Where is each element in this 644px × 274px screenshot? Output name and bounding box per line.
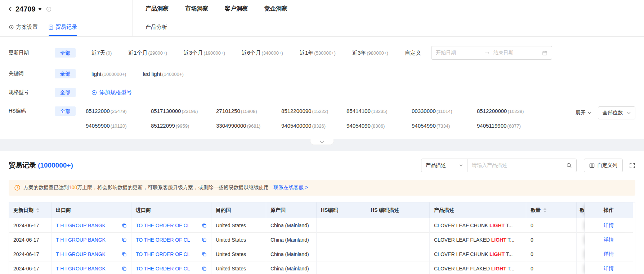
hs-code-option[interactable]: 3304990000(9681): [216, 123, 281, 129]
chip-all[interactable]: 全部: [55, 106, 76, 116]
custom-columns-button[interactable]: 自定义列: [584, 159, 623, 172]
chevron-down-icon: [627, 112, 631, 114]
hs-code-option[interactable]: 00330000(11014): [412, 108, 477, 114]
hs-code-option[interactable]: 9405119900(6877): [477, 123, 542, 129]
search-input[interactable]: 请输入产品描述: [468, 159, 576, 172]
copy-icon[interactable]: [122, 237, 127, 242]
copy-icon[interactable]: [202, 252, 207, 257]
detail-link[interactable]: 详情: [604, 251, 614, 257]
detail-link[interactable]: 详情: [604, 237, 614, 242]
hs-code-option[interactable]: 94054090(8306): [346, 123, 412, 129]
filter-option[interactable]: 近3个月(190000+): [184, 50, 225, 56]
hs-code-option[interactable]: 8512200090(15222): [281, 108, 346, 114]
search-placeholder: 请输入产品描述: [472, 162, 563, 169]
expand-button[interactable]: 展开: [576, 110, 591, 116]
importer-link[interactable]: TO THE ORDER OF CL: [136, 251, 199, 257]
filter-option[interactable]: 近3年(980000+): [352, 50, 388, 56]
copy-icon[interactable]: [122, 266, 127, 271]
importer-link[interactable]: TO THE ORDER OF CL: [136, 266, 199, 271]
hs-code-options: 85122000(25479) 8517130000(23196) 271012…: [86, 106, 542, 129]
detail-link[interactable]: 详情: [604, 222, 614, 228]
hs-code-option[interactable]: 94054990(7334): [412, 123, 477, 129]
start-date-input[interactable]: 开始日期: [436, 50, 481, 56]
sort-icon[interactable]: [36, 208, 39, 213]
col-product-desc: 产品描述: [430, 202, 526, 218]
hs-code-option[interactable]: 8517130000(23196): [151, 108, 216, 114]
hs-code-option[interactable]: 9405400000(8326): [281, 123, 346, 129]
cell-action: 详情: [585, 218, 633, 233]
exporter-link[interactable]: T H I GROUP BANGK: [56, 266, 119, 271]
col-quantity-unit: 数: [577, 202, 585, 218]
hs-code-label: 85122099: [151, 123, 175, 129]
date-range-picker[interactable]: 开始日期 结束日期: [431, 46, 552, 60]
detail-link[interactable]: 详情: [604, 265, 614, 271]
search-icon[interactable]: [566, 163, 572, 168]
nav-tab[interactable]: 产品洞察: [146, 5, 169, 13]
importer-link[interactable]: TO THE ORDER OF CL: [136, 223, 199, 228]
info-icon[interactable]: [46, 6, 52, 12]
tab-trade-records[interactable]: 贸易记录: [49, 18, 77, 37]
tab-product-analysis[interactable]: 产品分析: [146, 24, 167, 31]
col-hs-code: HS编码: [317, 202, 366, 218]
filter-option[interactable]: 近1年(530000+): [300, 50, 336, 56]
hs-code-option[interactable]: 8512200000(10238): [477, 108, 542, 114]
back-icon[interactable]: [7, 6, 13, 12]
columns-icon: [589, 163, 595, 168]
nav-tab[interactable]: 客户洞察: [225, 5, 248, 13]
cell-destination: United States: [211, 233, 266, 247]
hs-code-option[interactable]: 85414100(13235): [346, 108, 412, 114]
filter-option[interactable]: led light(140000+): [143, 71, 183, 77]
copy-icon[interactable]: [122, 252, 127, 257]
plan-tabs: 方案设置 贸易记录: [0, 18, 132, 37]
hs-code-option[interactable]: 27101250(15808): [216, 108, 281, 114]
chip-all[interactable]: 全部: [55, 69, 76, 78]
end-date-input[interactable]: 结束日期: [493, 50, 538, 56]
cell-action: 详情: [585, 233, 633, 247]
hs-code-count: (15808): [241, 109, 257, 114]
copy-icon[interactable]: [202, 237, 207, 242]
plan-id[interactable]: 24709: [15, 5, 36, 13]
nav-tab[interactable]: 市场洞察: [185, 5, 208, 13]
digits-select[interactable]: 全部位数: [598, 106, 635, 119]
document-icon: [49, 24, 53, 30]
hs-code-count: (10238): [507, 109, 524, 114]
hs-code-count: (8306): [371, 123, 385, 129]
filter-label: 规格型号: [9, 89, 55, 96]
chip-all[interactable]: 全部: [55, 88, 76, 97]
nav-tab[interactable]: 竞企洞察: [264, 5, 287, 13]
col-exporter: 出口商: [52, 202, 131, 218]
exporter-link[interactable]: T H I GROUP BANGK: [56, 237, 119, 243]
sort-icon[interactable]: [544, 208, 546, 213]
exporter-link[interactable]: T H I GROUP BANGK: [56, 251, 119, 257]
hs-code-option[interactable]: 94059900(10120): [86, 123, 151, 129]
filter-option[interactable]: light(1000000+): [91, 71, 126, 77]
hs-code-option[interactable]: 85122000(25479): [86, 108, 151, 114]
table-row: 2024-06-17 T H I GROUP BANGK TO THE ORDE…: [9, 247, 633, 261]
filter-label: HS编码: [9, 106, 55, 114]
collapse-filter-tab[interactable]: [310, 139, 334, 145]
filter-option[interactable]: 近7天(0): [91, 50, 112, 56]
cell-product-desc: CLOVER LEAF CHUNK LIGHT T...: [430, 247, 526, 261]
topbar-left: 24709 方案设置 贸易记录: [0, 0, 133, 36]
plan-dropdown-caret-icon[interactable]: [38, 8, 42, 10]
banner-text-post: 万上限，将会影响数据的更新，可联系客服升级方案，或删除一些贸易数据以继续使用: [77, 184, 269, 190]
tab-plan-settings[interactable]: 方案设置: [9, 18, 38, 37]
search-category-select[interactable]: 产品描述: [421, 159, 468, 172]
filter-option[interactable]: 近6个月(340000+): [242, 50, 283, 56]
copy-icon[interactable]: [202, 266, 207, 271]
table-row: 2024-06-17 T H I GROUP BANGK TO THE ORDE…: [9, 218, 633, 233]
copy-icon[interactable]: [202, 223, 207, 228]
chip-all[interactable]: 全部: [55, 48, 76, 58]
custom-date-option[interactable]: 自定义: [405, 50, 421, 56]
copy-icon[interactable]: [122, 223, 127, 228]
add-spec-button[interactable]: 添加规格型号: [91, 89, 132, 96]
importer-link[interactable]: TO THE ORDER OF CL: [136, 237, 199, 243]
contact-support-link[interactable]: 联系在线客服 >: [273, 184, 308, 191]
filter-option[interactable]: 近1个月(29000+): [128, 50, 167, 56]
cell-hs-desc: [366, 233, 430, 247]
fullscreen-icon[interactable]: [629, 163, 635, 169]
hs-code-option[interactable]: 85122099(9959): [151, 123, 216, 129]
exporter-link[interactable]: T H I GROUP BANGK: [56, 223, 119, 228]
chevron-down-icon: [459, 164, 463, 166]
col-importer: 进口商: [131, 202, 211, 218]
